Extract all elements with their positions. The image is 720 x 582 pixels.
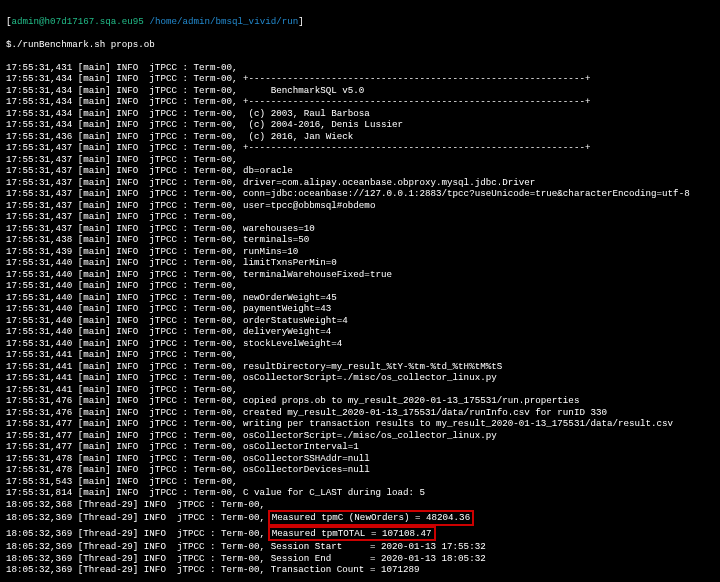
log-line: 18:05:32,368 [Thread-29] INFO jTPCC : Te… — [6, 499, 714, 511]
log-line: 17:55:31,437 [main] INFO jTPCC : Term-00… — [6, 188, 714, 200]
log-lines: 17:55:31,431 [main] INFO jTPCC : Term-00… — [6, 62, 714, 576]
prompt-path: /home/admin/bmsql_vivid/run — [149, 16, 298, 27]
log-line: 17:55:31,437 [main] INFO jTPCC : Term-00… — [6, 142, 714, 154]
log-line: 17:55:31,441 [main] INFO jTPCC : Term-00… — [6, 361, 714, 373]
log-line: 17:55:31,434 [main] INFO jTPCC : Term-00… — [6, 85, 714, 97]
log-line: 17:55:31,440 [main] INFO jTPCC : Term-00… — [6, 315, 714, 327]
measured-tpmtotal: Measured tpmTOTAL = 107108.47 — [268, 526, 436, 542]
log-line: 17:55:31,477 [main] INFO jTPCC : Term-00… — [6, 441, 714, 453]
measured-tpmc: Measured tpmC (NewOrders) = 48204.36 — [268, 510, 474, 526]
log-line: 17:55:31,814 [main] INFO jTPCC : Term-00… — [6, 487, 714, 499]
log-line: 17:55:31,434 [main] INFO jTPCC : Term-00… — [6, 119, 714, 131]
log-line: 17:55:31,477 [main] INFO jTPCC : Term-00… — [6, 418, 714, 430]
log-line: 17:55:31,440 [main] INFO jTPCC : Term-00… — [6, 338, 714, 350]
log-line: 17:55:31,437 [main] INFO jTPCC : Term-00… — [6, 177, 714, 189]
terminal-output[interactable]: [admin@h07d17167.sqa.eu95 /home/admin/bm… — [0, 0, 720, 582]
prompt-user: admin — [12, 16, 40, 27]
log-line: 17:55:31,440 [main] INFO jTPCC : Term-00… — [6, 257, 714, 269]
log-line: 17:55:31,438 [main] INFO jTPCC : Term-00… — [6, 234, 714, 246]
log-line: 17:55:31,543 [main] INFO jTPCC : Term-00… — [6, 476, 714, 488]
log-line: 17:55:31,434 [main] INFO jTPCC : Term-00… — [6, 73, 714, 85]
log-line: 18:05:32,369 [Thread-29] INFO jTPCC : Te… — [6, 564, 714, 576]
shell-prompt: [admin@h07d17167.sqa.eu95 /home/admin/bm… — [6, 16, 714, 28]
log-line: 17:55:31,440 [main] INFO jTPCC : Term-00… — [6, 269, 714, 281]
log-line: 17:55:31,436 [main] INFO jTPCC : Term-00… — [6, 131, 714, 143]
log-line: 17:55:31,441 [main] INFO jTPCC : Term-00… — [6, 384, 714, 396]
log-line: 17:55:31,477 [main] INFO jTPCC : Term-00… — [6, 430, 714, 442]
log-line: 17:55:31,440 [main] INFO jTPCC : Term-00… — [6, 292, 714, 304]
log-line: 18:05:32,369 [Thread-29] INFO jTPCC : Te… — [6, 526, 714, 542]
log-line: 17:55:31,440 [main] INFO jTPCC : Term-00… — [6, 280, 714, 292]
log-line: 17:55:31,476 [main] INFO jTPCC : Term-00… — [6, 407, 714, 419]
log-line: 17:55:31,476 [main] INFO jTPCC : Term-00… — [6, 395, 714, 407]
log-line: 17:55:31,437 [main] INFO jTPCC : Term-00… — [6, 165, 714, 177]
log-line: 17:55:31,478 [main] INFO jTPCC : Term-00… — [6, 453, 714, 465]
log-line: 17:55:31,441 [main] INFO jTPCC : Term-00… — [6, 372, 714, 384]
log-line: 17:55:31,434 [main] INFO jTPCC : Term-00… — [6, 96, 714, 108]
log-line: 17:55:31,440 [main] INFO jTPCC : Term-00… — [6, 326, 714, 338]
log-line: 18:05:32,369 [Thread-29] INFO jTPCC : Te… — [6, 541, 714, 553]
log-line: 17:55:31,431 [main] INFO jTPCC : Term-00… — [6, 62, 714, 74]
log-line: 17:55:31,441 [main] INFO jTPCC : Term-00… — [6, 349, 714, 361]
log-line: 17:55:31,437 [main] INFO jTPCC : Term-00… — [6, 200, 714, 212]
prompt-host: h07d17167.sqa.eu95 — [45, 16, 144, 27]
log-line: 17:55:31,440 [main] INFO jTPCC : Term-00… — [6, 303, 714, 315]
log-line: 17:55:31,439 [main] INFO jTPCC : Term-00… — [6, 246, 714, 258]
log-line: 17:55:31,437 [main] INFO jTPCC : Term-00… — [6, 211, 714, 223]
log-line: 18:05:32,369 [Thread-29] INFO jTPCC : Te… — [6, 553, 714, 565]
command-line: $./runBenchmark.sh props.ob — [6, 39, 714, 51]
log-line: 17:55:31,478 [main] INFO jTPCC : Term-00… — [6, 464, 714, 476]
log-line: 17:55:31,434 [main] INFO jTPCC : Term-00… — [6, 108, 714, 120]
log-line: 17:55:31,437 [main] INFO jTPCC : Term-00… — [6, 223, 714, 235]
log-line: 17:55:31,437 [main] INFO jTPCC : Term-00… — [6, 154, 714, 166]
log-line: 18:05:32,369 [Thread-29] INFO jTPCC : Te… — [6, 510, 714, 526]
